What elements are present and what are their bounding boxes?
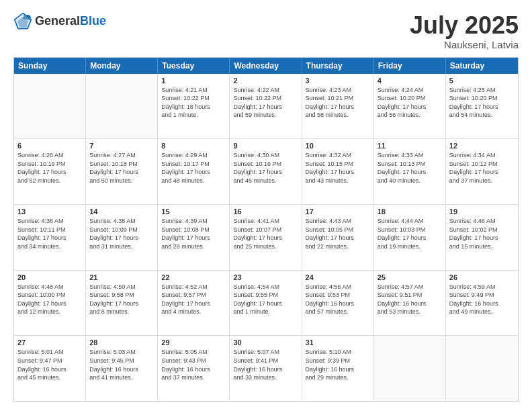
day-number: 14 [89,208,154,216]
calendar: SundayMondayTuesdayWednesdayThursdayFrid… [13,57,519,402]
empty-cell [86,74,158,139]
day-number: 4 [378,77,442,85]
day-number: 13 [17,208,82,216]
day-content: Sunrise: 5:10 AM Sunset: 9:39 PM Dayligh… [306,348,370,381]
day-content: Sunrise: 4:52 AM Sunset: 9:57 PM Dayligh… [161,283,226,316]
day-content: Sunrise: 4:33 AM Sunset: 10:13 PM Daylig… [378,151,442,185]
day-number: 18 [378,208,442,216]
day-content: Sunrise: 4:38 AM Sunset: 10:09 PM Daylig… [89,217,154,250]
day-cell-31: 31Sunrise: 5:10 AM Sunset: 9:39 PM Dayli… [302,336,374,401]
day-content: Sunrise: 4:36 AM Sunset: 10:11 PM Daylig… [17,217,82,250]
day-cell-26: 26Sunrise: 4:59 AM Sunset: 9:49 PM Dayli… [446,271,518,336]
day-cell-19: 19Sunrise: 4:46 AM Sunset: 10:02 PM Dayl… [446,205,518,270]
day-number: 11 [378,142,442,150]
day-cell-18: 18Sunrise: 4:44 AM Sunset: 10:03 PM Dayl… [374,205,446,270]
day-cell-7: 7Sunrise: 4:27 AM Sunset: 10:18 PM Dayli… [86,139,158,204]
day-number: 19 [449,208,515,216]
day-content: Sunrise: 4:25 AM Sunset: 10:20 PM Daylig… [449,86,515,120]
logo: GeneralBlue [13,12,106,31]
day-content: Sunrise: 4:59 AM Sunset: 9:49 PM Dayligh… [449,283,515,316]
week-row-4: 20Sunrise: 4:48 AM Sunset: 10:00 PM Dayl… [14,271,518,336]
day-header-sunday: Sunday [14,58,86,74]
day-cell-9: 9Sunrise: 4:30 AM Sunset: 10:16 PM Dayli… [230,139,302,204]
day-content: Sunrise: 4:24 AM Sunset: 10:20 PM Daylig… [378,86,442,120]
day-cell-4: 4Sunrise: 4:24 AM Sunset: 10:20 PM Dayli… [374,74,446,139]
day-number: 21 [89,273,154,281]
day-cell-8: 8Sunrise: 4:29 AM Sunset: 10:17 PM Dayli… [158,139,230,204]
day-cell-3: 3Sunrise: 4:23 AM Sunset: 10:21 PM Dayli… [302,74,374,139]
day-content: Sunrise: 5:03 AM Sunset: 9:45 PM Dayligh… [89,348,154,381]
day-number: 27 [17,338,82,347]
empty-cell [446,336,518,401]
empty-cell [374,336,446,401]
day-cell-30: 30Sunrise: 5:07 AM Sunset: 9:41 PM Dayli… [230,336,302,401]
day-number: 25 [378,273,442,281]
day-content: Sunrise: 4:57 AM Sunset: 9:51 PM Dayligh… [378,283,442,316]
day-number: 29 [161,338,226,347]
day-number: 8 [161,142,226,150]
logo-icon [13,12,32,31]
day-number: 24 [306,273,370,281]
day-content: Sunrise: 4:44 AM Sunset: 10:03 PM Daylig… [378,217,442,250]
day-cell-28: 28Sunrise: 5:03 AM Sunset: 9:45 PM Dayli… [86,336,158,401]
day-cell-27: 27Sunrise: 5:01 AM Sunset: 9:47 PM Dayli… [14,336,86,401]
week-row-5: 27Sunrise: 5:01 AM Sunset: 9:47 PM Dayli… [14,336,518,401]
empty-cell [14,74,86,139]
day-content: Sunrise: 4:22 AM Sunset: 10:22 PM Daylig… [233,86,298,120]
day-content: Sunrise: 5:07 AM Sunset: 9:41 PM Dayligh… [233,348,298,381]
day-number: 3 [306,77,370,85]
day-header-wednesday: Wednesday [230,58,302,74]
day-content: Sunrise: 4:43 AM Sunset: 10:05 PM Daylig… [306,217,370,250]
day-cell-10: 10Sunrise: 4:32 AM Sunset: 10:15 PM Dayl… [302,139,374,204]
day-content: Sunrise: 4:50 AM Sunset: 9:58 PM Dayligh… [89,283,154,316]
day-content: Sunrise: 4:46 AM Sunset: 10:02 PM Daylig… [449,217,515,250]
page: GeneralBlue July 2025 Naukseni, Latvia S… [0,0,532,411]
day-cell-6: 6Sunrise: 4:26 AM Sunset: 10:19 PM Dayli… [14,139,86,204]
week-row-3: 13Sunrise: 4:36 AM Sunset: 10:11 PM Dayl… [14,205,518,271]
day-number: 31 [306,338,370,347]
day-header-monday: Monday [86,58,158,74]
day-content: Sunrise: 4:48 AM Sunset: 10:00 PM Daylig… [17,283,82,316]
calendar-body: 1Sunrise: 4:21 AM Sunset: 10:22 PM Dayli… [14,74,518,401]
day-cell-25: 25Sunrise: 4:57 AM Sunset: 9:51 PM Dayli… [374,271,446,336]
day-number: 15 [161,208,226,216]
day-content: Sunrise: 4:30 AM Sunset: 10:16 PM Daylig… [233,151,298,185]
day-content: Sunrise: 4:54 AM Sunset: 9:55 PM Dayligh… [233,283,298,316]
day-cell-12: 12Sunrise: 4:34 AM Sunset: 10:12 PM Dayl… [446,139,518,204]
logo-general-text: General [35,14,80,28]
day-number: 9 [233,142,298,150]
day-number: 22 [161,273,226,281]
day-content: Sunrise: 5:01 AM Sunset: 9:47 PM Dayligh… [17,348,82,381]
day-number: 6 [17,142,82,150]
day-cell-23: 23Sunrise: 4:54 AM Sunset: 9:55 PM Dayli… [230,271,302,336]
day-cell-2: 2Sunrise: 4:22 AM Sunset: 10:22 PM Dayli… [230,74,302,139]
day-number: 10 [306,142,370,150]
day-content: Sunrise: 4:29 AM Sunset: 10:17 PM Daylig… [161,151,226,185]
day-content: Sunrise: 4:27 AM Sunset: 10:18 PM Daylig… [89,151,154,185]
day-cell-15: 15Sunrise: 4:39 AM Sunset: 10:08 PM Dayl… [158,205,230,270]
day-number: 16 [233,208,298,216]
main-title: July 2025 [410,12,519,39]
subtitle: Naukseni, Latvia [410,39,519,50]
day-cell-17: 17Sunrise: 4:43 AM Sunset: 10:05 PM Dayl… [302,205,374,270]
day-number: 7 [89,142,154,150]
day-cell-24: 24Sunrise: 4:56 AM Sunset: 9:53 PM Dayli… [302,271,374,336]
week-row-1: 1Sunrise: 4:21 AM Sunset: 10:22 PM Dayli… [14,74,518,140]
day-header-thursday: Thursday [302,58,374,74]
day-cell-29: 29Sunrise: 5:05 AM Sunset: 9:43 PM Dayli… [158,336,230,401]
day-cell-16: 16Sunrise: 4:41 AM Sunset: 10:07 PM Dayl… [230,205,302,270]
day-cell-22: 22Sunrise: 4:52 AM Sunset: 9:57 PM Dayli… [158,271,230,336]
day-cell-14: 14Sunrise: 4:38 AM Sunset: 10:09 PM Dayl… [86,205,158,270]
day-content: Sunrise: 4:56 AM Sunset: 9:53 PM Dayligh… [306,283,370,316]
week-row-2: 6Sunrise: 4:26 AM Sunset: 10:19 PM Dayli… [14,139,518,205]
logo-text: GeneralBlue [35,15,106,28]
day-number: 20 [17,273,82,281]
day-cell-11: 11Sunrise: 4:33 AM Sunset: 10:13 PM Dayl… [374,139,446,204]
day-number: 26 [449,273,515,281]
day-header-friday: Friday [374,58,446,74]
day-content: Sunrise: 4:21 AM Sunset: 10:22 PM Daylig… [161,86,226,120]
day-number: 1 [161,77,226,85]
day-content: Sunrise: 4:39 AM Sunset: 10:08 PM Daylig… [161,217,226,250]
day-number: 12 [449,142,515,150]
day-content: Sunrise: 4:32 AM Sunset: 10:15 PM Daylig… [306,151,370,185]
